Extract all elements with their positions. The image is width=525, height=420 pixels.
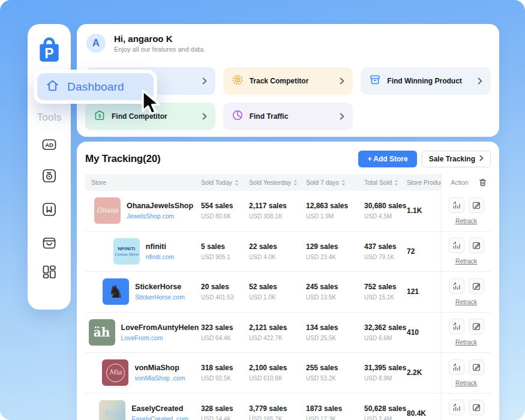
- avatar: A: [86, 34, 106, 53]
- sold-7-days-cell: 12,863 sales USD 1.9M: [306, 191, 364, 231]
- edit-button[interactable]: [469, 319, 484, 334]
- chevron-right-icon: [340, 77, 344, 85]
- analytics-button[interactable]: [449, 359, 464, 375]
- tracking-table: Store Sold Today Sold Yesterday Sold 7 d…: [85, 174, 491, 420]
- sold-today-cell: 318 sales USD 92.5K: [201, 353, 249, 393]
- store-name: LoveFromAuntyHelen: [121, 323, 199, 332]
- action-cell: Retrack: [441, 313, 491, 353]
- sold-7-days-cell: 129 sales USD 23.4K: [306, 232, 364, 272]
- my-tracking-panel: My Tracking(20) + Add Store Sale Trackin…: [77, 142, 499, 420]
- svg-text:$: $: [98, 113, 101, 119]
- svg-text:P: P: [44, 46, 53, 61]
- table-row: äh LoveFromAuntyHelen LoveFrom.com 323 s…: [85, 313, 491, 353]
- table-row: ♞ StickerHorse StickerHorse.com 20 sales…: [85, 272, 491, 313]
- column-header-store-products[interactable]: Store Products: [407, 174, 441, 191]
- column-header-total-sold[interactable]: Total Sold: [364, 174, 407, 191]
- sold-7-days-cell: 255 sales USD 53.2K: [306, 353, 364, 393]
- sold-yesterday-cell: 3,779 sales USD 165.7K: [249, 394, 306, 420]
- tracking-title: My Tracking(20): [85, 153, 358, 165]
- analytics-button[interactable]: [449, 278, 464, 294]
- store-domain-link[interactable]: nfiniti.com: [146, 253, 174, 260]
- store-products-cell: 72: [407, 232, 441, 272]
- store-products-cell: 80.4K: [407, 394, 441, 420]
- apps-icon[interactable]: [41, 264, 57, 280]
- column-header-sold-7-days[interactable]: Sold 7 days: [306, 174, 364, 191]
- edit-button[interactable]: [469, 400, 484, 415]
- sort-icon: [394, 179, 398, 186]
- sold-today-cell: 5 sales USD 905.1: [201, 232, 249, 272]
- ads-icon[interactable]: AD: [41, 137, 57, 152]
- action-cell: Retrack: [441, 272, 491, 312]
- total-sold-cell: 50,628 sales USD 2.4M: [364, 394, 407, 420]
- sold-yesterday-cell: 22 sales USD 4.0K: [249, 232, 306, 272]
- table-header: Store Sold Today Sold Yesterday Sold 7 d…: [85, 174, 491, 191]
- column-header-sold-today[interactable]: Sold Today: [201, 174, 249, 191]
- column-header-sold-yesterday[interactable]: Sold Yesterday: [249, 174, 306, 191]
- sold-7-days-cell: 245 sales USD 13.5K: [306, 272, 364, 312]
- store-logo: ♞: [103, 278, 129, 305]
- store-domain-link[interactable]: vonMiaShop .com: [134, 374, 185, 382]
- sidebar-item-dashboard[interactable]: Dashboard: [37, 73, 154, 100]
- feature-card-track-competitor[interactable]: Track Competitor: [223, 67, 353, 95]
- store-products-cell: 410: [407, 313, 441, 353]
- shop-dollar-icon: $: [94, 109, 106, 124]
- bookmark-icon[interactable]: [41, 202, 57, 217]
- store-name: nfiniti: [146, 242, 174, 251]
- sold-yesterday-cell: 2,121 sales USD 422.7K: [249, 313, 306, 353]
- action-cell: Retrack: [441, 394, 491, 420]
- sale-tracking-button[interactable]: Sale Tracking: [422, 151, 491, 167]
- store-name: StickerHorse: [135, 283, 185, 291]
- total-sold-cell: 752 sales USD 15.1K: [364, 272, 407, 312]
- store-name: vonMiaShop: [134, 364, 185, 372]
- tracker-icon[interactable]: [41, 168, 57, 184]
- edit-button[interactable]: [469, 359, 484, 375]
- chevron-right-icon: [478, 77, 482, 85]
- sold-today-cell: 20 sales USD 401.53: [201, 272, 249, 312]
- home-icon: [46, 79, 59, 95]
- sort-icon: [235, 179, 239, 186]
- mouse-cursor-icon: [137, 88, 166, 119]
- sold-today-cell: 554 sales USD 80.6K: [201, 191, 249, 231]
- store-icon[interactable]: [41, 235, 57, 251]
- product-box-icon: [369, 74, 381, 88]
- target-icon: [232, 74, 244, 88]
- store-logo: Mia: [102, 359, 128, 386]
- sold-7-days-cell: 134 sales USD 25.5K: [306, 313, 364, 353]
- retrack-link[interactable]: Retrack: [455, 338, 477, 346]
- chevron-right-icon: [340, 113, 344, 120]
- action-cell: Retrack: [441, 232, 491, 272]
- edit-button[interactable]: [469, 238, 484, 253]
- retrack-link[interactable]: Retrack: [455, 379, 477, 386]
- app-logo-icon[interactable]: P: [37, 36, 62, 66]
- retrack-link[interactable]: Retrack: [455, 298, 477, 305]
- table-row: Mia vonMiaShop vonMiaShop .com 318 sales…: [85, 353, 491, 394]
- sold-today-cell: 323 sales USD 64.4K: [201, 313, 249, 353]
- chevron-right-icon: [202, 77, 207, 85]
- analytics-button[interactable]: [449, 197, 464, 213]
- feature-card-find-traffic[interactable]: Find Traffic: [223, 103, 353, 130]
- greeting-block: A Hi, angaroo K Enjoy all our features a…: [77, 24, 499, 53]
- store-products-cell: 2.2K: [407, 353, 441, 393]
- sold-today-cell: 328 sales USD 14.4K: [201, 394, 249, 420]
- analytics-button[interactable]: [449, 238, 464, 253]
- edit-button[interactable]: [469, 278, 484, 294]
- store-domain-link[interactable]: JewelsShop.com: [127, 212, 193, 220]
- retrack-link[interactable]: Retrack: [455, 257, 477, 265]
- chevron-right-icon: [202, 113, 207, 120]
- store-name: OhanaJewelsShop: [127, 202, 193, 210]
- total-sold-cell: 31,395 sales USD 8.9M: [364, 353, 407, 393]
- feature-card-find-winning-product[interactable]: Find Winning Product: [361, 67, 491, 95]
- trash-icon[interactable]: [478, 177, 488, 188]
- chevron-right-icon: [479, 155, 484, 163]
- analytics-button[interactable]: [449, 319, 464, 334]
- edit-button[interactable]: [469, 197, 484, 213]
- store-logo: äh: [89, 319, 115, 346]
- retrack-link[interactable]: Retrack: [455, 217, 477, 224]
- total-sold-cell: 437 sales USD 79.1K: [364, 232, 407, 272]
- add-store-button[interactable]: + Add Store: [358, 151, 416, 167]
- store-domain-link[interactable]: LoveFrom.com: [121, 334, 199, 341]
- store-domain-link[interactable]: EaselyCreated .com: [131, 415, 188, 420]
- sold-7-days-cell: 1873 sales USD 17.3K: [306, 394, 364, 420]
- store-domain-link[interactable]: StickerHorse.com: [135, 293, 185, 301]
- analytics-button[interactable]: [449, 400, 464, 415]
